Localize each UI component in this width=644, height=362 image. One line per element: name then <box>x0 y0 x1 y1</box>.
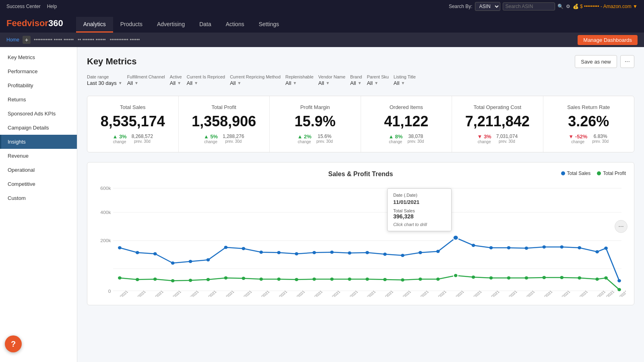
metric-total-profit-footer: ▲ 5% change 1,288,276 prev. 30d <box>185 134 263 144</box>
filter-replenishable-value[interactable]: All ▼ <box>285 80 314 86</box>
metric-total-sales-name: Total Sales <box>94 104 172 110</box>
profit-dot <box>578 276 581 280</box>
filter-fulfillment-value[interactable]: All ▼ <box>127 80 165 86</box>
profit-dot <box>189 279 192 282</box>
help-link[interactable]: Help <box>47 4 57 9</box>
filter-repricing-method[interactable]: Current Repricing Method All ▼ <box>230 74 281 86</box>
chart-svg: 600k 400k 200k 0 <box>95 184 626 297</box>
search-asin-input[interactable] <box>503 2 555 10</box>
profit-dot <box>118 276 122 280</box>
metric-total-operating-cost: Total Operating Cost 7,211,842 ▼ 3% chan… <box>452 96 543 152</box>
sidebar-item-performance[interactable]: Performance <box>0 64 77 78</box>
sidebar-item-key-metrics[interactable]: Key Metrics <box>0 50 77 64</box>
metric-profit-margin-value: 15.9% <box>276 113 354 130</box>
filter-active-value[interactable]: All ▼ <box>170 80 182 86</box>
chart-more-button[interactable]: ··· <box>615 220 627 233</box>
chevron-down-icon: ▼ <box>374 81 378 85</box>
sidebar-item-sponsored-ads[interactable]: Sponsored Ads KPIs <box>0 107 77 121</box>
sidebar-item-competitive[interactable]: Competitive <box>0 177 77 191</box>
filter-replenishable[interactable]: Replenishable All ▼ <box>285 74 314 86</box>
nav-tab-data[interactable]: Data <box>192 17 219 33</box>
metric-total-sales: Total Sales 8,535,174 ▲ 3% change 8,268,… <box>87 96 179 152</box>
sidebar-item-profitability[interactable]: Profitability <box>0 78 77 93</box>
profit-dot-active[interactable] <box>454 274 458 278</box>
sales-dot <box>330 251 334 254</box>
prev-value: 8,268,572 <box>132 134 153 139</box>
breadcrumb-left: Home + ••••••••••• ••••• •••••• •• •••••… <box>6 36 140 44</box>
add-dashboard-button[interactable]: + <box>23 36 31 44</box>
filter-listing-title-value[interactable]: All ▼ <box>394 80 416 86</box>
more-options-button[interactable]: ··· <box>620 55 634 68</box>
breadcrumb-items: ••••••••••• ••••• •••••• •• ••••••• ••••… <box>34 37 140 43</box>
legend-label-sales: Total Sales <box>567 171 591 176</box>
sidebar-item-insights[interactable]: Insights <box>0 135 77 149</box>
nav-tab-settings[interactable]: Settings <box>252 17 287 33</box>
sidebar-item-campaign-details[interactable]: Campaign Details <box>0 121 77 135</box>
change-up-icon: ▲ 2% <box>297 134 312 140</box>
nav-tabs: Analytics Products Advertising Data Acti… <box>76 17 287 33</box>
nav-tab-products[interactable]: Products <box>113 17 150 33</box>
chevron-down-icon: ▼ <box>237 81 242 85</box>
profit-dot <box>277 278 281 281</box>
change-block: ▼ -52% change <box>568 134 587 144</box>
settings-icon[interactable]: ⚙ <box>566 4 570 9</box>
profit-dot <box>242 277 246 280</box>
chart-section: Sales & Profit Trends Total Sales Total … <box>87 162 634 305</box>
filter-brand-value[interactable]: All ▼ <box>350 80 362 86</box>
prev-block: 6.83% prev. 30d <box>592 134 609 144</box>
sales-dot <box>419 251 422 254</box>
search-icon[interactable]: 🔍 <box>557 4 564 9</box>
filters-bar: Date range Last 30 days ▼ Fulfillment Ch… <box>87 74 634 86</box>
nav-tab-actions[interactable]: Actions <box>219 17 252 33</box>
change-up-icon: ▲ 3% <box>112 134 126 140</box>
sidebar-item-custom[interactable]: Custom <box>0 191 77 205</box>
profit-dot <box>472 276 475 279</box>
nav-tab-advertising[interactable]: Advertising <box>150 17 192 33</box>
filter-is-repriced[interactable]: Current Is Repriced All ▼ <box>187 74 225 86</box>
svg-text:10/16/2021: 10/16/2021 <box>165 289 182 296</box>
filter-is-repriced-value[interactable]: All ▼ <box>187 80 225 86</box>
filter-parent-sku[interactable]: Parent Sku All ▼ <box>367 74 388 86</box>
sales-dot <box>595 250 599 253</box>
manage-dashboards-button[interactable]: Manage Dashboards <box>578 35 638 45</box>
filter-vendor-value[interactable]: All ▼ <box>318 80 345 86</box>
change-label: change <box>113 140 126 144</box>
svg-text:10/15/2021: 10/15/2021 <box>147 289 164 296</box>
svg-text:10/28/2021: 10/28/2021 <box>377 289 394 296</box>
filter-date-range[interactable]: Date range Last 30 days ▼ <box>87 74 122 86</box>
metric-ordered-items-name: Ordered Items <box>367 104 446 110</box>
filter-parent-sku-value[interactable]: All ▼ <box>367 80 388 86</box>
tooltip-drill-text[interactable]: Click chart to drill <box>393 222 446 227</box>
help-bubble-button[interactable]: ? <box>5 335 22 352</box>
sidebar-item-operational[interactable]: Operational <box>0 163 77 177</box>
filter-repricing-method-value[interactable]: All ▼ <box>230 80 281 86</box>
filter-date-range-value[interactable]: Last 30 days ▼ <box>87 80 122 86</box>
amazon-account[interactable]: 💰 $ ••••••••• - Amazon.com ▼ <box>573 4 638 9</box>
filter-listing-title[interactable]: Listing Title All ▼ <box>394 74 416 86</box>
filter-vendor-name[interactable]: Vendor Name All ▼ <box>318 74 345 86</box>
profit-dot <box>295 278 298 281</box>
profit-dot <box>383 278 387 281</box>
nav-tab-analytics[interactable]: Analytics <box>76 17 113 33</box>
svg-text:10/25/2021: 10/25/2021 <box>324 289 341 296</box>
filter-brand[interactable]: Brand All ▼ <box>350 74 362 86</box>
sales-dot-active[interactable] <box>453 235 458 240</box>
filter-fulfillment[interactable]: Fulfillment Channel All ▼ <box>127 74 165 86</box>
filter-fulfillment-label: Fulfillment Channel <box>127 74 165 79</box>
search-by-select[interactable]: ASIN <box>475 2 500 11</box>
save-as-new-button[interactable]: Save as new <box>575 55 617 68</box>
home-link[interactable]: Home <box>6 37 19 43</box>
prev-block: 1,288,276 prev. 30d <box>223 134 244 144</box>
success-center-link[interactable]: Success Center <box>6 4 41 9</box>
profit-dot <box>348 278 351 281</box>
svg-text:11/07/2021: 11/07/2021 <box>554 289 571 296</box>
sidebar-item-revenue[interactable]: Revenue <box>0 149 77 163</box>
sales-dot <box>401 254 405 257</box>
sales-dot <box>542 245 546 249</box>
svg-text:11/01/2021: 11/01/2021 <box>448 289 465 296</box>
sidebar-item-returns[interactable]: Returns <box>0 93 77 107</box>
chevron-down-icon: ▼ <box>293 81 297 85</box>
filter-active[interactable]: Active All ▼ <box>170 74 182 86</box>
prev-block: 15.6% prev. 30d <box>316 134 333 144</box>
svg-text:10/24/2021: 10/24/2021 <box>306 289 323 296</box>
